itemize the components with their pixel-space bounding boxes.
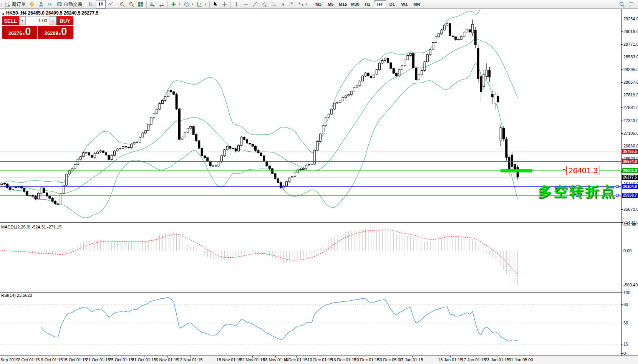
bear-candle [477, 48, 479, 79]
timeframe-mn-button[interactable]: MN [411, 0, 423, 8]
time-label: 7 Jan 01:15 [401, 357, 423, 362]
rsi-tick: 100 [623, 290, 630, 295]
timeframe-m30-button[interactable]: M30 [349, 0, 361, 8]
new-order-button[interactable]: 新订单 [3, 0, 27, 8]
collapse-triangle-icon[interactable]: ▲ [2, 12, 5, 15]
market-icon[interactable] [27, 0, 36, 8]
chevron-down-icon[interactable]: ▼ [178, 3, 181, 5]
timeframe-m1-button[interactable]: M1 [312, 0, 325, 8]
volume-increase-button[interactable]: ▲ [50, 17, 56, 25]
tile-windows-icon[interactable] [136, 0, 145, 8]
price-callout-label[interactable]: 26401.3 [566, 166, 600, 175]
robot-glyph [56, 1, 63, 7]
bear-candle [192, 127, 194, 135]
bear-candle [91, 155, 93, 157]
webinar-icon[interactable] [46, 0, 55, 8]
fibo-glyph: F [270, 1, 277, 7]
bull-candle [325, 117, 327, 126]
bull-candle [500, 127, 502, 141]
sell-price-box[interactable]: 26276 .0 [2, 26, 37, 39]
channel-icon[interactable]: E [260, 0, 269, 8]
text-label-icon[interactable]: T [287, 0, 297, 8]
arrows-icon[interactable]: ▼ [297, 0, 310, 8]
bear-candle [255, 146, 257, 151]
text-icon[interactable]: A [278, 0, 287, 8]
candlestick-chart-icon[interactable] [96, 0, 106, 8]
chevron-down-icon[interactable]: ▼ [306, 3, 308, 5]
support-highlight-bar[interactable] [500, 169, 532, 172]
zoomin-glyph [119, 1, 125, 7]
auto-scroll-icon[interactable] [148, 0, 157, 8]
volume-decrease-button[interactable]: ▼ [19, 17, 26, 25]
bear-candle [474, 30, 476, 45]
price-tick: 27819.0 [623, 93, 638, 97]
bull-candle [285, 182, 287, 186]
macd-panel [0, 223, 621, 291]
bear-candle [511, 155, 513, 167]
line-price-badge: 26104.9 [622, 184, 638, 189]
timeframe-w1-button[interactable]: W1 [398, 0, 411, 8]
bull-candle [294, 173, 296, 176]
bull-candle [291, 176, 293, 178]
timeframe-h1-button[interactable]: H1 [361, 0, 374, 8]
cursor-icon[interactable] [211, 0, 220, 8]
autotrading-button[interactable]: 自动交易 [55, 0, 84, 8]
bull-candle [74, 164, 76, 169]
search-icon[interactable] [617, 0, 626, 8]
chat-icon[interactable] [626, 0, 636, 8]
bull-candle [398, 69, 400, 76]
horizontal-line-icon[interactable] [241, 0, 250, 8]
chart-shift-icon[interactable] [157, 0, 166, 8]
bull-candle [432, 42, 434, 50]
volume-input[interactable] [26, 17, 50, 25]
bear-candle [105, 152, 107, 155]
timeframe-m15-button[interactable]: M15 [337, 0, 349, 8]
bull-candle [221, 156, 223, 162]
templates-icon[interactable]: ▼ [195, 0, 208, 8]
buy-price-box[interactable]: 26289 .0 [38, 26, 73, 39]
sell-button[interactable]: SELL [2, 16, 19, 25]
toolbar-grip[interactable] [1, 1, 2, 8]
periods-icon[interactable]: ▼ [182, 0, 195, 8]
bull-candle [139, 137, 141, 142]
price-axis[interactable]: 29254.029016.028771.028533.028295.028057… [621, 9, 638, 364]
tick-mark [621, 146, 623, 146]
time-label: 30 Dec 05:00 [377, 357, 402, 362]
candles-glyph [98, 1, 104, 7]
bear-candle [268, 166, 270, 169]
crosshair-icon[interactable] [220, 0, 229, 8]
price-callout-anchor[interactable] [563, 169, 565, 172]
signals-user-icon[interactable] [36, 0, 46, 8]
time-axis[interactable]: 5 Sep 20192 Oct 01:159 Oct 01:1515 Oct 0… [0, 356, 638, 364]
neworder-glyph [5, 1, 11, 7]
bear-candle [272, 169, 273, 174]
bull-candle [373, 74, 375, 78]
bear-candle [204, 156, 205, 158]
textA-glyph: A [280, 1, 286, 7]
zoom-out-icon[interactable] [127, 0, 136, 8]
timeframe-m5-button[interactable]: M5 [325, 0, 337, 8]
autotrading-button-label: 自动交易 [64, 1, 82, 8]
time-label: 4 Dec 01:15 [285, 357, 307, 362]
bear-candle [15, 187, 17, 188]
fibonacci-icon[interactable]: F [269, 0, 278, 8]
turning-point-annotation[interactable]: 多空转折点 [538, 182, 616, 201]
time-label: 13 Jan 01:15 [438, 357, 462, 362]
bar-chart-icon[interactable] [86, 0, 96, 8]
main-price-chart[interactable] [0, 9, 621, 222]
trendline-icon[interactable] [250, 0, 260, 8]
indicators-icon[interactable]: ▼ [169, 0, 182, 8]
timeframe-d1-button[interactable]: D1 [386, 0, 398, 8]
bull-candle [429, 50, 431, 55]
zoom-in-icon[interactable] [118, 0, 127, 8]
chevron-down-icon[interactable]: ▼ [191, 3, 194, 5]
timeframe-h4-button[interactable]: H4 [374, 0, 386, 8]
line-price-badge: 26755.5 [622, 149, 638, 154]
buy-button[interactable]: BUY [56, 16, 73, 25]
time-label: 21 Oct 01:15 [86, 357, 110, 362]
vertical-line-icon[interactable] [232, 0, 241, 8]
chevron-down-icon[interactable]: ▼ [204, 3, 207, 5]
line-chart-icon[interactable] [106, 0, 115, 8]
bull-candle [1, 183, 3, 185]
bear-candle [235, 149, 237, 151]
